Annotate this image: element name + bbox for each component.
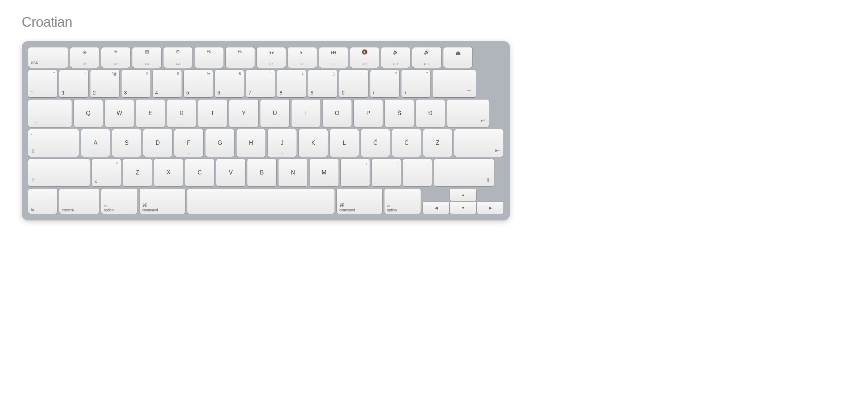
key-shift-right[interactable]: ⇧ — [434, 159, 494, 186]
key-p[interactable]: P — [354, 100, 383, 127]
key-m[interactable]: M — [310, 159, 339, 186]
shift-left-icon: ⇧ — [31, 177, 36, 184]
arrow-cluster: ▲ ◀ ▼ ▶ — [423, 189, 503, 214]
key-5[interactable]: % 5 — [184, 70, 213, 97]
key-dstroke-label: Đ — [428, 110, 433, 117]
key-z[interactable]: Z — [123, 159, 152, 186]
key-space[interactable] — [187, 189, 335, 214]
key-e[interactable]: E — [136, 100, 165, 127]
key-8[interactable]: ( 8 — [277, 70, 306, 97]
key-f10[interactable]: 🔇 F10 — [350, 47, 379, 68]
key-s[interactable]: S — [112, 129, 141, 157]
key-k[interactable]: K — [299, 129, 328, 157]
key-x[interactable]: X — [154, 159, 183, 186]
key-m-label: M — [322, 169, 326, 176]
key-arrow-left[interactable]: ◀ — [423, 202, 449, 214]
key-9[interactable]: ) 9 — [308, 70, 337, 97]
f8-label: F8 — [301, 62, 305, 66]
key-plus[interactable]: * + — [401, 70, 430, 97]
f2-label: F2 — [114, 62, 118, 66]
key-6[interactable]: & 6 — [215, 70, 244, 97]
key-backspace[interactable]: ← — [433, 70, 476, 97]
key-9-bot: 9 — [311, 90, 335, 96]
key-period-label: . — [374, 179, 398, 185]
key-zcaron[interactable]: Ž — [423, 129, 452, 157]
key-w[interactable]: W — [105, 100, 134, 127]
f8-icon: ⏯ — [299, 49, 305, 56]
key-d[interactable]: D — [143, 129, 172, 157]
key-slash[interactable]: ? / — [370, 70, 399, 97]
key-arrow-right[interactable]: ▶ — [477, 202, 503, 214]
key-f11[interactable]: 🔉 F11 — [381, 47, 410, 68]
caps-icon: ⇧ — [31, 148, 35, 154]
key-f7[interactable]: ⏮ F7 — [257, 47, 286, 68]
key-ccaron-label: Č — [373, 140, 378, 146]
key-arrow-down[interactable]: ▼ — [450, 202, 476, 214]
key-f4[interactable]: ⊞ F4 — [163, 47, 192, 68]
key-f[interactable]: F — [174, 129, 203, 157]
key-7[interactable]: ' 7 — [246, 70, 275, 97]
key-t[interactable]: T — [198, 100, 227, 127]
key-b[interactable]: B — [247, 159, 276, 186]
key-j[interactable]: J — [268, 129, 297, 157]
key-2[interactable]: "@ 2 — [90, 70, 119, 97]
f9-label: F9 — [332, 62, 336, 66]
key-cacute[interactable]: Ć — [392, 129, 421, 157]
key-f6[interactable]: F6 — [226, 47, 255, 68]
key-f2[interactable]: ✳ F2 — [101, 47, 130, 68]
key-o[interactable]: O — [323, 100, 352, 127]
key-scaron[interactable]: Š — [385, 100, 414, 127]
key-option-right[interactable]: alt option — [384, 189, 421, 214]
key-period[interactable]: : . — [372, 159, 401, 186]
key-dstroke[interactable]: Đ — [416, 100, 445, 127]
key-zcaron-label: Ž — [436, 140, 439, 146]
key-shift-left[interactable]: ⇧ — [28, 159, 90, 186]
fn-label: fn — [31, 208, 34, 212]
key-f8[interactable]: ⏯ F8 — [288, 47, 317, 68]
key-c[interactable]: C — [185, 159, 214, 186]
cmd-right-icon: ⌘ — [339, 202, 344, 208]
key-v[interactable]: V — [216, 159, 245, 186]
key-control[interactable]: control — [59, 189, 99, 214]
key-g[interactable]: G — [205, 129, 234, 157]
f7-label: F7 — [269, 62, 273, 66]
key-r[interactable]: R — [167, 100, 196, 127]
key-esc[interactable]: esc — [28, 47, 68, 68]
key-f3[interactable]: ▤ F3 — [132, 47, 161, 68]
key-command-left[interactable]: ⌘ command — [140, 189, 185, 214]
key-q[interactable]: Q — [74, 100, 103, 127]
key-eject[interactable]: ⏏ — [443, 47, 472, 68]
key-i[interactable]: I — [292, 100, 320, 127]
key-1[interactable]: ! 1 — [59, 70, 88, 97]
key-f5[interactable]: F5 — [195, 47, 224, 68]
key-return[interactable]: ↵ — [447, 100, 489, 127]
key-caps[interactable]: • ⇧ — [28, 129, 79, 157]
key-f-label: F — [187, 140, 191, 146]
key-6-top: & — [239, 72, 241, 76]
key-4[interactable]: $ 4 — [153, 70, 182, 97]
key-n[interactable]: N — [278, 159, 307, 186]
key-lt-gt[interactable]: > < — [92, 159, 121, 186]
key-0[interactable]: = 0 — [339, 70, 368, 97]
key-minus[interactable]: – - — [403, 159, 432, 186]
key-h[interactable]: H — [237, 129, 265, 157]
key-semicolon-label: ; — [366, 161, 367, 165]
key-ccaron[interactable]: Č — [361, 129, 390, 157]
key-a[interactable]: A — [81, 129, 110, 157]
key-option-left[interactable]: alt option — [101, 189, 137, 214]
key-f1[interactable]: ☀ F1 — [70, 47, 99, 68]
key-backtick[interactable]: " " — [28, 70, 57, 97]
key-fn[interactable]: fn — [28, 189, 57, 214]
key-f9[interactable]: ⏭ F9 — [319, 47, 348, 68]
key-tab[interactable]: →| — [28, 100, 72, 127]
eject-icon: ⏏ — [455, 49, 461, 56]
key-3[interactable]: # 3 — [122, 70, 150, 97]
key-l[interactable]: L — [330, 129, 359, 157]
key-f12[interactable]: 🔊 F12 — [412, 47, 441, 68]
key-command-right[interactable]: ⌘ command — [337, 189, 382, 214]
key-arrow-up[interactable]: ▲ — [450, 189, 476, 201]
key-u[interactable]: U — [260, 100, 289, 127]
key-y[interactable]: Y — [229, 100, 258, 127]
key-return-caps[interactable]: ⇤ — [454, 129, 503, 157]
key-comma[interactable]: ; , — [341, 159, 370, 186]
